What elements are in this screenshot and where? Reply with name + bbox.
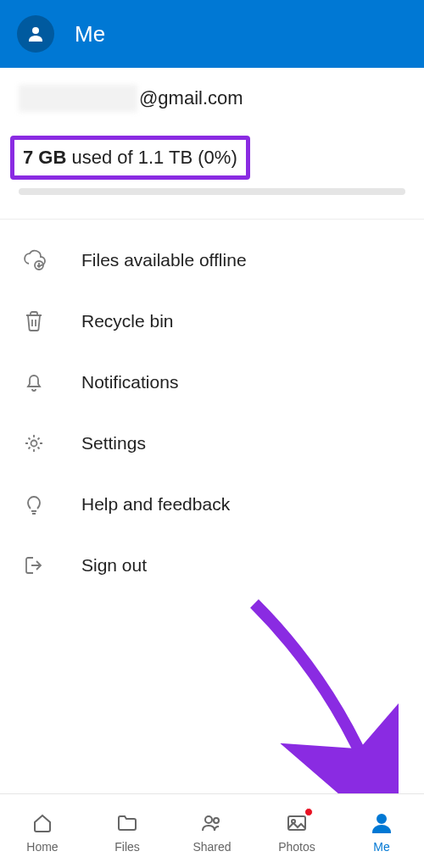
svg-point-4 — [214, 818, 219, 823]
signout-icon — [19, 550, 49, 581]
svg-point-2 — [31, 441, 37, 447]
folder-icon — [113, 810, 142, 837]
account-section: @gmail.com 7 GB used of 1.1 TB (0%) — [0, 68, 424, 188]
nav-photos[interactable]: Photos — [254, 794, 339, 868]
nav-label: Files — [114, 840, 140, 854]
menu-label: Recycle bin — [81, 311, 174, 331]
menu-label: Help and feedback — [81, 494, 230, 515]
email-domain: @gmail.com — [139, 87, 243, 109]
storage-used-amount: 7 GB — [23, 147, 66, 168]
annotation-arrow — [246, 595, 399, 798]
trash-icon — [19, 306, 49, 337]
nav-files[interactable]: Files — [85, 794, 170, 868]
svg-point-0 — [32, 27, 39, 34]
person-icon — [25, 24, 46, 44]
storage-progress-bar — [19, 188, 405, 195]
home-icon — [28, 810, 57, 837]
cloud-download-icon — [19, 245, 49, 275]
nav-label: Home — [26, 840, 58, 854]
menu-sign-out[interactable]: Sign out — [0, 535, 424, 596]
menu-settings[interactable]: Settings — [0, 413, 424, 474]
menu-help[interactable]: Help and feedback — [0, 474, 424, 535]
page-title: Me — [75, 21, 105, 47]
storage-usage-text: 7 GB used of 1.1 TB (0%) — [23, 147, 237, 168]
nav-label: Shared — [192, 840, 231, 854]
image-icon — [282, 810, 311, 837]
nav-shared[interactable]: Shared — [170, 794, 254, 868]
menu-notifications[interactable]: Notifications — [0, 352, 424, 413]
account-email: @gmail.com — [19, 85, 405, 112]
people-icon — [198, 810, 226, 837]
nav-home[interactable]: Home — [0, 794, 85, 868]
nav-label: Me — [373, 840, 389, 854]
email-redacted — [19, 85, 137, 112]
storage-total-text: used of 1.1 TB (0%) — [66, 147, 237, 168]
nav-label: Photos — [278, 840, 315, 854]
person-icon — [367, 810, 396, 837]
menu-label: Files available offline — [81, 250, 247, 270]
gear-icon — [19, 428, 49, 459]
menu-label: Sign out — [81, 555, 147, 576]
menu-label: Settings — [81, 433, 146, 453]
bell-icon — [19, 367, 49, 398]
svg-point-3 — [205, 816, 212, 823]
settings-menu: Files available offline Recycle bin Noti… — [0, 220, 424, 606]
app-header: Me — [0, 0, 424, 68]
lightbulb-icon — [19, 489, 49, 520]
notification-dot — [304, 808, 313, 816]
storage-highlight-box: 7 GB used of 1.1 TB (0%) — [10, 136, 250, 180]
menu-label: Notifications — [81, 372, 178, 392]
menu-files-offline[interactable]: Files available offline — [0, 230, 424, 291]
svg-rect-5 — [288, 816, 305, 830]
nav-me[interactable]: Me — [339, 794, 424, 868]
menu-recycle-bin[interactable]: Recycle bin — [0, 291, 424, 352]
avatar[interactable] — [17, 15, 54, 53]
bottom-nav: Home Files Shared Photos Me — [0, 793, 424, 868]
svg-point-7 — [377, 815, 386, 823]
